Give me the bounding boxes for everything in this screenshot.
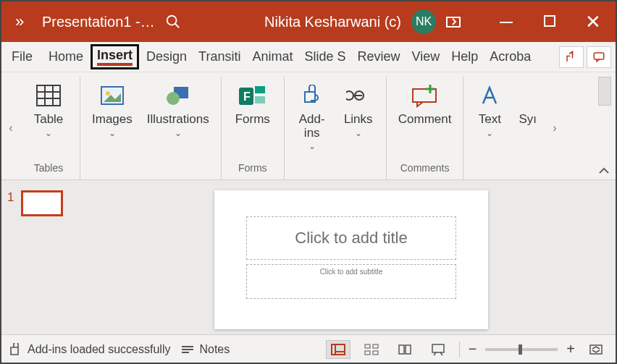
svg-point-10 (106, 91, 110, 96)
comments-pane-button[interactable] (587, 46, 611, 68)
tab-help[interactable]: Help (445, 45, 484, 69)
slideshow-icon (431, 343, 445, 356)
search-button[interactable] (165, 14, 191, 30)
zoom-in-button[interactable]: + (566, 341, 575, 357)
forms-label: Forms (235, 113, 270, 127)
normal-view-button[interactable] (326, 340, 351, 359)
illustrations-icon (164, 81, 193, 110)
text-button[interactable]: Text ⌄ (469, 77, 510, 140)
slideshow-view-button[interactable] (426, 340, 450, 359)
tab-acrobat[interactable]: Acroba (484, 45, 537, 69)
separator (459, 342, 460, 357)
forms-button[interactable]: F Forms (227, 77, 278, 128)
ribbon: ‹ Table ⌄ Tables Images (1, 72, 616, 180)
group-label-forms: Forms (238, 159, 267, 179)
tab-review[interactable]: Review (352, 45, 406, 69)
svg-rect-4 (37, 85, 60, 106)
minimize-button[interactable] (490, 14, 523, 30)
group-forms: F Forms Forms (222, 77, 285, 179)
thumbnail-preview[interactable] (21, 190, 63, 216)
addins-status[interactable]: Add-ins loaded successfully (9, 343, 170, 356)
zoom-slider-thumb[interactable] (519, 344, 522, 355)
share-button[interactable] (559, 46, 584, 68)
ribbon-tabs: File Home Insert Design Transiti Animat … (1, 42, 616, 72)
new-comment-icon (410, 81, 440, 110)
links-icon (346, 81, 371, 110)
tab-slideshow[interactable]: Slide S (298, 45, 351, 69)
chevron-down-icon: ⌄ (308, 141, 316, 151)
tab-transitions[interactable]: Transiti (193, 45, 246, 69)
chevron-down-icon: ⌄ (486, 128, 493, 138)
zoom-out-button[interactable]: − (469, 341, 477, 357)
normal-view-icon (331, 344, 345, 355)
ribbon-scroll-left[interactable]: ‹ (4, 122, 17, 135)
status-bar: Add-ins loaded successfully Notes − + (1, 334, 616, 363)
forms-icon: F (238, 81, 268, 110)
title-placeholder[interactable]: Click to add title (246, 216, 456, 260)
table-button[interactable]: Table ⌄ (23, 77, 74, 140)
tab-file[interactable]: File (6, 45, 38, 69)
user-avatar[interactable]: NK (411, 9, 436, 34)
addins-status-text: Add-ins loaded successfully (28, 343, 170, 356)
svg-rect-15 (255, 86, 265, 93)
svg-rect-3 (594, 53, 604, 59)
illustrations-button[interactable]: Illustrations ⌄ (141, 77, 215, 140)
addins-button[interactable]: Add- ins ⌄ (290, 77, 334, 153)
tab-view[interactable]: View (406, 45, 446, 69)
chevron-down-icon: ⌄ (109, 128, 116, 138)
text-icon (479, 81, 500, 110)
group-text-symbols: Text ⌄ Syı (463, 77, 548, 179)
comment-button[interactable]: Comment (393, 77, 458, 128)
tab-insert[interactable]: Insert (91, 44, 139, 69)
links-button[interactable]: Links ⌄ (337, 77, 380, 153)
fit-icon (589, 344, 603, 355)
symbols-button[interactable]: Syı (513, 77, 542, 140)
user-name[interactable]: Nikita Kesharwani (c) (264, 14, 401, 30)
tab-home[interactable]: Home (43, 45, 89, 69)
svg-line-1 (175, 24, 179, 28)
addins-status-icon (9, 343, 23, 356)
thumbnail-1[interactable]: 1 (7, 190, 81, 216)
svg-rect-23 (332, 344, 345, 355)
chevron-up-icon (598, 166, 610, 175)
minimize-icon (500, 22, 513, 23)
slide-thumbnails-pane[interactable]: 1 (1, 180, 87, 334)
fit-to-window-button[interactable] (584, 340, 608, 359)
overflow-button[interactable]: » (7, 12, 32, 31)
maximize-button[interactable] (533, 14, 566, 30)
sorter-icon (364, 344, 379, 355)
share-icon (565, 51, 578, 64)
subtitle-placeholder[interactable]: Click to add subtitle (246, 264, 456, 299)
group-label-comments: Comments (400, 159, 450, 179)
tab-animations[interactable]: Animat (246, 45, 298, 69)
group-label-tables: Tables (34, 159, 63, 179)
tab-design[interactable]: Design (140, 45, 193, 69)
search-icon (165, 14, 181, 30)
addins-icon (301, 81, 324, 110)
chevron-down-icon: ⌄ (175, 128, 182, 138)
svg-rect-28 (365, 351, 370, 355)
slide[interactable]: Click to add title Click to add subtitle (214, 190, 488, 329)
group-comments: Comment Comments (387, 77, 464, 179)
reading-icon (398, 344, 412, 355)
ribbon-scrollbar[interactable] (598, 77, 611, 106)
table-icon (35, 81, 62, 110)
images-button[interactable]: Images ⌄ (86, 77, 138, 140)
symbols-label: Syı (519, 113, 537, 127)
ribbon-display-options[interactable] (446, 15, 479, 28)
ribbon-options-icon (446, 15, 461, 28)
collapse-ribbon-button[interactable] (598, 166, 610, 175)
slide-canvas[interactable]: Click to add title Click to add subtitle (87, 180, 616, 334)
slide-sorter-button[interactable] (359, 340, 384, 359)
zoom-slider[interactable] (485, 348, 558, 351)
group-addins-links: Add- ins ⌄ Links ⌄ (285, 77, 387, 179)
close-button[interactable]: ✕ (576, 12, 610, 31)
svg-rect-26 (365, 344, 370, 348)
group-tables: Table ⌄ Tables (17, 77, 80, 179)
svg-rect-17 (413, 89, 436, 102)
notes-button[interactable]: Notes (180, 343, 230, 356)
reading-view-button[interactable] (393, 340, 417, 359)
ribbon-scroll-right[interactable]: › (548, 122, 561, 135)
tab-insert-label: Insert (97, 48, 133, 62)
chevron-down-icon: ⌄ (45, 128, 52, 138)
